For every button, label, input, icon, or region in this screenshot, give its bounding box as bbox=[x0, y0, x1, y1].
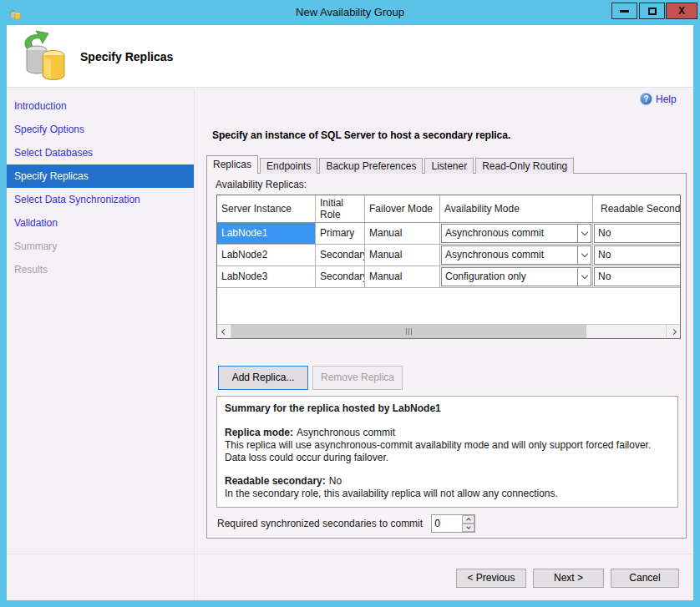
chevron-down-icon[interactable] bbox=[577, 246, 591, 264]
scroll-right-icon[interactable] bbox=[666, 325, 680, 338]
cell-readable-secondary: No bbox=[593, 223, 681, 244]
next-button[interactable]: Next > bbox=[533, 569, 604, 588]
readable-secondary-label: Readable secondary: bbox=[225, 475, 326, 487]
replica-mode-value: Asynchronous commit bbox=[297, 427, 395, 438]
cell-availability-mode: Asynchronous commit bbox=[440, 223, 593, 244]
close-icon: X bbox=[678, 5, 685, 17]
readable-secondary-dropdown[interactable]: No bbox=[594, 245, 681, 265]
window-title: New Availability Group bbox=[0, 6, 700, 18]
sidebar-item-summary: Summary bbox=[7, 235, 194, 258]
table-row: LabNode2 Secondary Manual Asynchronous c… bbox=[217, 245, 681, 266]
tab-endpoints[interactable]: Endpoints bbox=[260, 158, 317, 174]
cell-readable-secondary: No bbox=[593, 245, 681, 266]
replica-summary-box: Summary for the replica hosted by LabNod… bbox=[216, 396, 678, 508]
help-label: Help bbox=[656, 94, 677, 105]
required-secondaries-label: Required synchronized secondaries to com… bbox=[217, 518, 423, 529]
readable-secondary-dropdown[interactable]: No bbox=[594, 224, 681, 243]
availability-replicas-grid: Server Instance Initial Role Failover Mo… bbox=[216, 195, 681, 339]
help-icon: ? bbox=[640, 93, 652, 105]
tab-read-only-routing[interactable]: Read-Only Routing bbox=[475, 158, 574, 174]
spinner-down-icon[interactable] bbox=[462, 524, 474, 532]
close-button[interactable]: X bbox=[666, 3, 697, 19]
dialog-body: Specify Replicas Introduction Specify Op… bbox=[7, 25, 693, 600]
sidebar-item-introduction[interactable]: Introduction bbox=[7, 94, 194, 118]
cell-initial-role[interactable]: Secondary bbox=[316, 266, 365, 287]
column-failover-mode[interactable]: Failover Mode bbox=[365, 195, 440, 222]
availability-mode-dropdown[interactable]: Configuration only bbox=[441, 267, 591, 286]
readable-secondary-value: No bbox=[329, 475, 342, 487]
page-header: Specify Replicas bbox=[7, 25, 693, 88]
remove-replica-button: Remove Replica bbox=[312, 366, 403, 390]
sidebar-item-select-data-synchronization[interactable]: Select Data Synchronization bbox=[7, 188, 194, 211]
tab-strip: Replicas Endpoints Backup Preferences Li… bbox=[206, 155, 576, 174]
readable-secondary-line: Readable secondary:No bbox=[225, 475, 670, 488]
cell-availability-mode: Configuration only bbox=[440, 266, 593, 287]
wizard-window: New Availability Group X Specify Replica… bbox=[0, 0, 700, 607]
cell-initial-role[interactable]: Secondary bbox=[316, 245, 365, 266]
required-secondaries-row: Required synchronized secondaries to com… bbox=[217, 514, 475, 533]
cell-failover-mode[interactable]: Manual bbox=[365, 223, 440, 244]
footer-divider bbox=[7, 554, 693, 554]
tab-replicas[interactable]: Replicas bbox=[206, 155, 258, 174]
replicas-tab-panel: Availability Replicas: Server Instance I… bbox=[206, 173, 687, 539]
summary-title: Summary for the replica hosted by LabNod… bbox=[225, 402, 670, 415]
column-initial-role[interactable]: Initial Role bbox=[316, 195, 365, 222]
cell-initial-role[interactable]: Primary bbox=[316, 223, 365, 244]
grid-header-row: Server Instance Initial Role Failover Mo… bbox=[217, 195, 681, 223]
column-availability-mode[interactable]: Availability Mode bbox=[440, 195, 593, 222]
cell-server-instance[interactable]: LabNode1 bbox=[217, 223, 316, 244]
replica-mode-label: Replica mode: bbox=[225, 427, 293, 438]
sidebar-item-specify-options[interactable]: Specify Options bbox=[7, 118, 194, 141]
scroll-left-icon[interactable] bbox=[217, 325, 231, 338]
page-title: Specify Replicas bbox=[80, 50, 173, 63]
availability-replicas-label: Availability Replicas: bbox=[216, 179, 307, 190]
cell-readable-secondary: No bbox=[593, 266, 681, 287]
dropdown-value: Asynchronous commit bbox=[442, 246, 577, 264]
replicas-database-icon bbox=[20, 30, 72, 83]
add-replica-button[interactable]: Add Replica... bbox=[218, 366, 308, 390]
readable-secondary-dropdown[interactable]: No bbox=[594, 267, 681, 286]
maximize-icon bbox=[648, 8, 657, 15]
dropdown-value: Asynchronous commit bbox=[442, 225, 577, 242]
required-secondaries-input[interactable] bbox=[432, 515, 462, 532]
availability-mode-dropdown[interactable]: Asynchronous commit bbox=[441, 245, 591, 265]
chevron-down-icon[interactable] bbox=[577, 268, 591, 286]
dropdown-value: Configuration only bbox=[442, 268, 577, 286]
replica-mode-description: This replica will use asynchronous-commi… bbox=[225, 439, 670, 464]
spinner-up-icon[interactable] bbox=[462, 515, 474, 524]
cell-server-instance[interactable]: LabNode2 bbox=[217, 245, 316, 266]
sidebar-item-specify-replicas[interactable]: Specify Replicas bbox=[7, 164, 194, 188]
titlebar: New Availability Group X bbox=[0, 0, 700, 25]
cell-failover-mode[interactable]: Manual bbox=[365, 266, 440, 287]
required-secondaries-spinner bbox=[431, 514, 475, 533]
sidebar-item-select-databases[interactable]: Select Databases bbox=[7, 141, 194, 164]
chevron-down-icon[interactable] bbox=[577, 225, 591, 242]
column-server-instance[interactable]: Server Instance bbox=[217, 195, 316, 222]
table-row: LabNode3 Secondary Manual Configuration … bbox=[217, 266, 681, 288]
minimize-icon bbox=[620, 10, 629, 13]
help-link[interactable]: ? Help bbox=[640, 93, 677, 105]
column-readable-secondary[interactable]: Readable Secondary bbox=[593, 195, 681, 222]
sidebar-item-results: Results bbox=[7, 258, 194, 281]
cancel-button[interactable]: Cancel bbox=[611, 569, 679, 588]
tab-backup-preferences[interactable]: Backup Preferences bbox=[319, 158, 423, 174]
readable-secondary-description: In the secondary role, this availability… bbox=[225, 488, 670, 500]
table-row: LabNode1 Primary Manual Asynchronous com… bbox=[217, 223, 681, 245]
wizard-steps-sidebar: Introduction Specify Options Select Data… bbox=[7, 89, 195, 600]
sidebar-item-validation[interactable]: Validation bbox=[7, 211, 194, 235]
previous-button[interactable]: < Previous bbox=[456, 569, 526, 588]
cell-availability-mode: Asynchronous commit bbox=[440, 245, 593, 266]
scrollbar-thumb[interactable] bbox=[231, 325, 586, 338]
maximize-button[interactable] bbox=[639, 3, 665, 19]
cell-failover-mode[interactable]: Manual bbox=[365, 245, 440, 266]
availability-mode-dropdown[interactable]: Asynchronous commit bbox=[441, 224, 591, 243]
replica-mode-line: Replica mode:Asynchronous commit bbox=[225, 427, 670, 439]
horizontal-scrollbar[interactable] bbox=[217, 324, 680, 338]
instruction-text: Specify an instance of SQL Server to hos… bbox=[212, 129, 510, 141]
tab-listener[interactable]: Listener bbox=[424, 158, 474, 174]
minimize-button[interactable] bbox=[611, 3, 637, 19]
cell-server-instance[interactable]: LabNode3 bbox=[217, 266, 316, 287]
